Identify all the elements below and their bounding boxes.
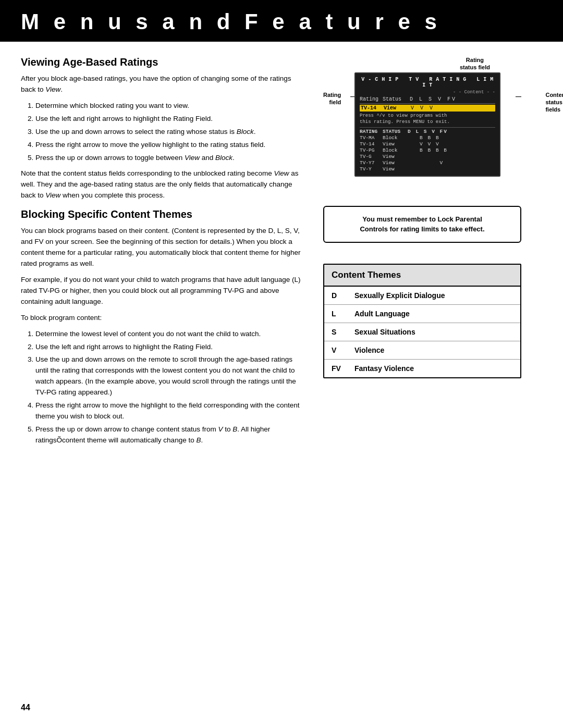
content-key-fv: FV: [332, 364, 346, 373]
rating-status-field-text: Ratingstatus field: [460, 57, 490, 70]
list-item: Use the left and right arrows to highlig…: [35, 342, 302, 353]
vchip-content-label: - - Content - -: [360, 90, 495, 95]
content-value-fv: Fantasy Violence: [354, 364, 414, 373]
row-tvg-rating: TV-G: [360, 154, 381, 159]
vchip-diagram: Ratingstatus field Ratingfield — Content…: [323, 56, 521, 177]
content-themes-row-v: V Violence: [324, 341, 520, 360]
vchip-divider2: [360, 127, 495, 128]
section1-heading: Viewing Age-Based Ratings: [21, 56, 302, 68]
page-number: 44: [21, 703, 30, 712]
list-item: Press the up or down arrows to toggle be…: [35, 153, 302, 164]
vchip-row-tv14: TV-14 View V V V: [360, 141, 495, 147]
list-item: Press the up or down arrow to change con…: [35, 424, 302, 446]
row-tv14-cols: V V V: [408, 141, 440, 147]
section2-to-block: To block program content:: [21, 313, 302, 324]
vchip-ratings-table: RATING STATUS D L S V FV TV-MA Block B B…: [360, 129, 495, 172]
rating-field-annotation: Ratingfield: [323, 91, 341, 106]
content-themes-row-s: S Sexual Situations: [324, 323, 520, 341]
content-themes-row-l: L Adult Language: [324, 305, 520, 323]
content-key-v: V: [332, 346, 346, 354]
row-tvpg-status: Block: [383, 147, 406, 153]
content-themes-row-fv: FV Fantasy Violence: [324, 360, 520, 377]
page-header: M e n u s a n d F e a t u r e s: [0, 0, 563, 42]
section1-note: Note that the content status fields corr…: [21, 168, 302, 201]
list-item: Press the right arrow to move the yellow…: [35, 140, 302, 151]
content-themes-heading: Content Themes: [324, 265, 520, 287]
vchip-highlight-cols: V V V: [411, 105, 434, 111]
list-item: Press the right arrow to move the highli…: [35, 400, 302, 422]
vchip-row-tvma: TV-MA Block B B B: [360, 135, 495, 141]
list-item: Determine the lowest level of content yo…: [35, 329, 302, 340]
vchip-highlight-rating: TV-14: [361, 105, 384, 111]
page-title: M e n u s a n d F e a t u r e s: [21, 9, 542, 34]
content-status-arrow: —: [516, 93, 521, 100]
vchip-table-header-row: RATING STATUS D L S V FV: [360, 129, 495, 134]
note-text: You must remember to Lock ParentalContro…: [360, 215, 484, 233]
list-item: Use the left and right arrows to highlig…: [35, 114, 302, 125]
row-tvy7-cols: V: [408, 160, 444, 166]
left-column: Viewing Age-Based Ratings After you bloc…: [21, 56, 302, 451]
content-themes-table: Content Themes D Sexually Explicit Dialo…: [323, 264, 521, 378]
vchip-container: Ratingfield — Contentstatusfields — V - …: [354, 72, 521, 177]
content-value-v: Violence: [354, 346, 384, 354]
col-dlsvfv-header: D L S V FV: [410, 96, 457, 102]
vchip-row-tvy: TV-Y View: [360, 166, 495, 172]
row-tvma-status: Block: [383, 135, 406, 141]
row-tvy-rating: TV-Y: [360, 166, 381, 172]
list-item: Use the up and down arrows to select the…: [35, 127, 302, 138]
content-value-s: Sexual Situations: [354, 328, 415, 336]
main-content: Viewing Age-Based Ratings After you bloc…: [0, 56, 563, 451]
content-key-s: S: [332, 328, 346, 336]
row-tvy7-status: View: [383, 160, 406, 166]
rating-status-field-label: Ratingstatus field: [323, 56, 521, 71]
th-cols: D L S V FV: [408, 129, 448, 134]
section2-para2: For example, if you do not want your chi…: [21, 275, 302, 307]
vchip-divider1: [360, 103, 495, 104]
parental-lock-note: You must remember to Lock ParentalContro…: [323, 206, 521, 243]
row-tvpg-rating: TV-PG: [360, 147, 381, 153]
section2-intro: You can block programs based on their co…: [21, 226, 302, 269]
row-tvy7-rating: TV-Y7: [360, 160, 381, 166]
vchip-col-headers: Rating Status D L S V FV: [360, 96, 495, 102]
vchip-row-tvg: TV-G View: [360, 154, 495, 159]
row-tvma-rating: TV-MA: [360, 135, 381, 141]
section1-steps: Determine which blocked rating you want …: [35, 101, 302, 164]
list-item: Determine which blocked rating you want …: [35, 101, 302, 112]
row-tv14-rating: TV-14: [360, 141, 381, 147]
col-rating-header: Rating: [360, 96, 383, 102]
content-status-fields-annotation: Contentstatusfields: [545, 91, 563, 114]
th-rating: RATING: [360, 129, 381, 134]
col-status-header: Status: [383, 96, 410, 102]
content-themes-row-d: D Sexually Explicit Dialogue: [324, 287, 520, 305]
vchip-screen: V - C H I P T V R A T I N G L I M I T - …: [354, 72, 500, 177]
vchip-row-tvpg: TV-PG Block B B B B: [360, 147, 495, 153]
section1-intro: After you block age-based ratings, you h…: [21, 73, 302, 95]
row-tvy-status: View: [383, 166, 406, 172]
content-value-d: Sexually Explicit Dialogue: [354, 291, 445, 300]
row-tv14-status: View: [383, 141, 406, 147]
content-value-l: Adult Language: [354, 310, 410, 318]
vchip-highlight-row: TV-14 View V V V: [360, 105, 495, 112]
vchip-row-tvy7: TV-Y7 View V: [360, 160, 495, 166]
vchip-highlight-status: View: [384, 105, 411, 111]
content-key-l: L: [332, 310, 346, 318]
vchip-title: V - C H I P T V R A T I N G L I M I T: [360, 77, 495, 88]
right-column: Ratingstatus field Ratingfield — Content…: [323, 56, 521, 451]
row-tvpg-cols: B B B B: [408, 147, 448, 153]
section2-heading: Blocking Specific Content Themes: [21, 208, 302, 220]
content-key-d: D: [332, 291, 346, 300]
section2-steps: Determine the lowest level of content yo…: [35, 329, 302, 446]
row-tvg-status: View: [383, 154, 406, 159]
list-item: Use the up and down arrows on the remote…: [35, 354, 302, 398]
row-tvma-cols: B B B: [408, 135, 440, 141]
th-status: STATUS: [383, 129, 406, 134]
vchip-message: Press ^/v to view programs withthis rati…: [360, 113, 495, 126]
